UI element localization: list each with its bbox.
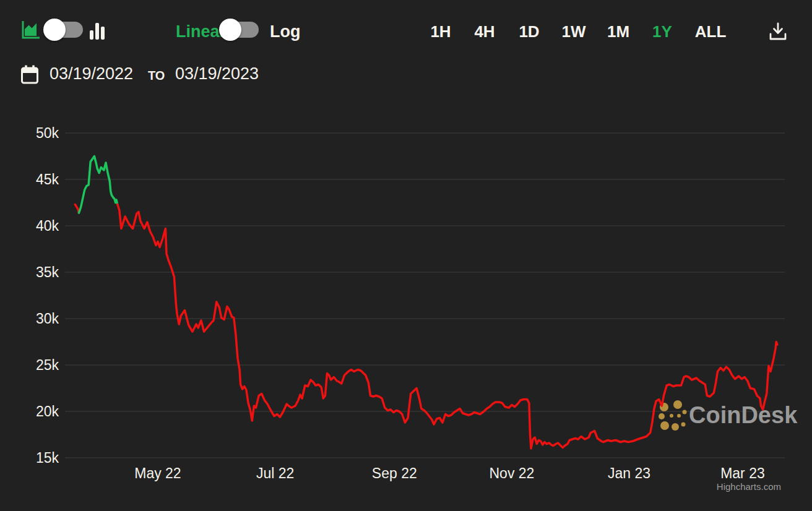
price-line	[75, 157, 777, 449]
y-axis-tick-label: 25k	[36, 357, 59, 373]
bar-chart-icon	[89, 22, 106, 40]
area-chart-icon	[20, 19, 41, 40]
x-axis-tick-label: Jul 22	[256, 465, 294, 481]
switch-knob	[219, 19, 241, 41]
highcharts-credit[interactable]: Highcharts.com	[717, 481, 781, 492]
scale-switch[interactable]	[221, 20, 259, 39]
linear-scale-label[interactable]: Linear	[176, 22, 226, 41]
calendar-button[interactable]	[20, 64, 39, 85]
x-axis-tick-label: May 22	[134, 465, 181, 481]
date-range-picker: 03/19/2022 TO 03/19/2023	[0, 62, 309, 89]
y-axis-tick-label: 20k	[36, 403, 59, 419]
range-button-4h[interactable]: 4H	[474, 22, 495, 41]
y-axis-tick-label: 40k	[36, 218, 59, 234]
date-range-separator: TO	[148, 66, 165, 85]
x-axis-tick-label: Sep 22	[372, 465, 417, 481]
y-axis-tick-label: 35k	[36, 264, 59, 280]
x-axis-tick-label: Mar 23	[720, 465, 765, 481]
chart-page: { "colors": { "background": "#212121", "…	[0, 0, 812, 511]
y-axis-tick-label: 45k	[36, 171, 59, 187]
x-axis-labels: May 22Jul 22Sep 22Nov 22Jan 23Mar 23	[134, 465, 764, 481]
log-scale-label[interactable]: Log	[270, 22, 300, 41]
chart-type-switch[interactable]	[45, 20, 84, 39]
range-button-all[interactable]: ALL	[695, 22, 727, 41]
range-button-1w[interactable]: 1W	[562, 22, 586, 41]
range-button-1h[interactable]: 1H	[430, 22, 451, 41]
y-axis-tick-label: 15k	[36, 450, 59, 466]
x-axis-tick-label: Nov 22	[489, 465, 534, 481]
y-axis-tick-label: 50k	[36, 125, 59, 141]
calendar-icon	[20, 64, 39, 85]
range-button-1y[interactable]: 1Y	[652, 22, 672, 41]
y-axis-labels: 15k20k25k30k35k40k45k50k	[36, 125, 59, 466]
price-line-segment-red	[118, 205, 777, 449]
y-axis-tick-label: 30k	[36, 311, 59, 327]
start-date-field[interactable]: 03/19/2022	[50, 64, 133, 84]
switch-knob	[43, 19, 66, 41]
coindesk-watermark-text: CoinDesk	[689, 402, 798, 428]
price-line-segment-green	[79, 157, 118, 213]
x-axis-tick-label: Jan 23	[608, 465, 650, 481]
gridlines	[65, 133, 785, 458]
download-icon	[767, 21, 788, 42]
chart-type-toggle-group	[0, 0, 161, 43]
coindesk-watermark: CoinDesk	[659, 400, 798, 431]
end-date-field[interactable]: 03/19/2023	[175, 64, 259, 84]
range-button-1d[interactable]: 1D	[519, 22, 539, 41]
download-button[interactable]	[767, 21, 788, 42]
scale-toggle-group: Linear Log	[173, 0, 309, 43]
range-button-1m[interactable]: 1M	[607, 22, 629, 41]
